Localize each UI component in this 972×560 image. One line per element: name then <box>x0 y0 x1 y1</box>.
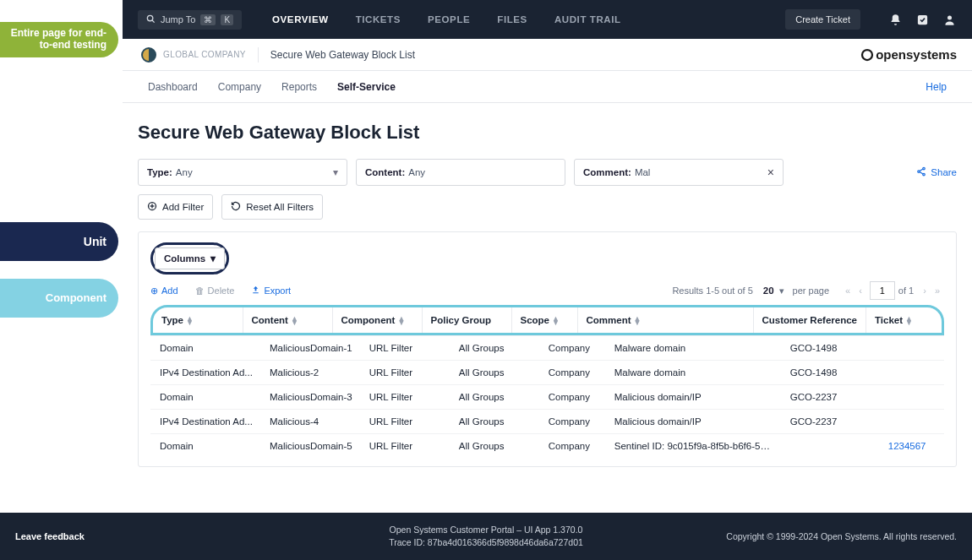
col-header[interactable]: Content▲▼ <box>243 307 332 333</box>
col-header[interactable]: Type▲▼ <box>153 307 243 333</box>
add-filter-button[interactable]: Add Filter <box>138 194 213 220</box>
footer-app-version: Open Systems Customer Portal – UI App 1.… <box>389 524 583 536</box>
nav-files[interactable]: FILES <box>483 14 541 24</box>
reset-filters-label: Reset All Filters <box>246 202 314 212</box>
col-header[interactable]: Component▲▼ <box>332 307 422 333</box>
nav-tickets[interactable]: TICKETS <box>342 14 414 24</box>
leave-feedback-link[interactable]: Leave feedback <box>15 531 85 541</box>
table-cell: Malicious-4 <box>261 410 361 434</box>
table-cell: All Groups <box>451 361 540 385</box>
sort-icon: ▲▼ <box>291 317 298 325</box>
col-header[interactable]: Ticket▲▼ <box>866 307 942 333</box>
page-first-button[interactable]: « <box>841 285 855 296</box>
page-next-button[interactable]: › <box>919 285 931 296</box>
callout-unit: Unit <box>0 222 118 261</box>
table-cell: GCO-1498 <box>782 336 880 361</box>
jump-key-k: K <box>221 14 233 25</box>
divider <box>258 47 259 63</box>
table-cell: URL Filter <box>361 336 451 361</box>
filter-comment-label: Comment: <box>583 167 631 177</box>
table-cell <box>880 385 944 410</box>
nav-overview[interactable]: OVERVIEW <box>259 14 342 24</box>
table-cell: Company <box>540 361 606 385</box>
trash-icon: 🗑 <box>195 285 205 296</box>
ticket-link[interactable]: 1234567 <box>888 441 926 451</box>
create-ticket-button[interactable]: Create Ticket <box>785 9 860 30</box>
share-button[interactable]: Share <box>916 166 957 178</box>
tab-company[interactable]: Company <box>208 71 271 102</box>
tab-self-service[interactable]: Self-Service <box>327 71 406 102</box>
plus-circle-icon <box>147 201 157 213</box>
col-header: Customer Reference <box>753 307 866 333</box>
table-cell: IPv4 Destination Ad... <box>151 410 261 434</box>
filter-content[interactable]: Content: Any <box>356 159 565 186</box>
callout-full-page: Entire page for end-to-end testing <box>0 22 118 57</box>
table-row[interactable]: IPv4 Destination Ad...Malicious-4URL Fil… <box>151 410 945 434</box>
delete-row-button[interactable]: 🗑 Delete <box>195 285 235 296</box>
per-page-value[interactable]: 20 <box>763 285 774 296</box>
sort-icon: ▲▼ <box>634 317 642 325</box>
page-prev-button[interactable]: ‹ <box>855 285 866 296</box>
table-cell <box>880 410 944 434</box>
nav-audit-trail[interactable]: AUDIT TRAIL <box>541 14 635 24</box>
reset-filters-button[interactable]: Reset All Filters <box>221 194 323 220</box>
table-cell: Sentinel ID: 9c015f9a-8f5b-b6f6-5e32-01d… <box>606 434 782 459</box>
col-header[interactable]: Comment▲▼ <box>577 307 753 333</box>
chevron-down-icon[interactable]: ▾ <box>779 285 784 296</box>
filter-type[interactable]: Type: Any ▾ <box>138 159 347 186</box>
table-cell: MaliciousDomain-5 <box>261 434 361 459</box>
svg-line-1 <box>152 19 155 22</box>
table-cell: Domain <box>151 434 261 459</box>
table-cell: URL Filter <box>361 434 451 459</box>
tab-dashboard[interactable]: Dashboard <box>138 71 208 102</box>
bell-icon[interactable] <box>887 12 903 27</box>
tab-reports[interactable]: Reports <box>271 71 327 102</box>
col-header: Policy Group <box>422 307 511 333</box>
page-input[interactable] <box>870 281 895 300</box>
company-logo-icon <box>141 47 156 63</box>
table-cell: URL Filter <box>361 410 451 434</box>
svg-point-4 <box>862 50 872 60</box>
nav-people[interactable]: PEOPLE <box>414 14 483 24</box>
table-row[interactable]: IPv4 Destination Ad...Malicious-2URL Fil… <box>151 361 945 385</box>
user-icon[interactable] <box>942 12 957 27</box>
export-label: Export <box>264 285 291 296</box>
share-icon <box>916 166 926 178</box>
footer: Leave feedback Open Systems Customer Por… <box>0 513 972 560</box>
table-cell: All Groups <box>451 410 540 434</box>
col-header[interactable]: Scope▲▼ <box>511 307 577 333</box>
svg-line-9 <box>920 172 923 175</box>
filter-content-label: Content: <box>365 167 405 177</box>
sort-icon: ▲▼ <box>552 317 560 325</box>
checklist-icon[interactable] <box>915 12 930 27</box>
table-cell: All Groups <box>451 336 540 361</box>
columns-button[interactable]: Columns ▾ <box>155 247 225 269</box>
clear-icon[interactable]: × <box>767 166 774 179</box>
svg-point-0 <box>147 15 152 20</box>
sort-icon: ▲▼ <box>186 317 194 325</box>
page-last-button[interactable]: » <box>931 285 944 296</box>
export-button[interactable]: Export <box>251 285 291 296</box>
block-list-table: Type▲▼Content▲▼Component▲▼Policy GroupSc… <box>153 307 942 333</box>
table-cell: Company <box>540 410 606 434</box>
table-cell <box>880 361 944 385</box>
table-cell: Malicious domain/IP <box>606 410 782 434</box>
callout-component: Component <box>0 279 118 318</box>
table-row[interactable]: DomainMaliciousDomain-5URL FilterAll Gro… <box>151 434 945 459</box>
table-row[interactable]: DomainMaliciousDomain-1URL FilterAll Gro… <box>151 336 945 361</box>
plus-circle-icon: ⊕ <box>150 285 158 296</box>
help-link[interactable]: Help <box>915 71 957 102</box>
table-cell: URL Filter <box>361 361 451 385</box>
jump-to-search[interactable]: Jump To ⌘ K <box>138 10 242 30</box>
page-of-label: of 1 <box>898 285 914 296</box>
table-cell: MaliciousDomain-3 <box>261 385 361 410</box>
add-row-button[interactable]: ⊕ Add <box>150 285 178 296</box>
table-row[interactable]: DomainMaliciousDomain-3URL FilterAll Gro… <box>151 385 945 410</box>
table-cell <box>782 434 880 459</box>
company-name-label: GLOBAL COMPANY <box>163 50 246 59</box>
chevron-down-icon: ▾ <box>210 253 216 264</box>
filter-comment[interactable]: Comment: Mal × <box>574 159 784 186</box>
table-cell: IPv4 Destination Ad... <box>151 361 261 385</box>
table-cell: Malicious-2 <box>261 361 361 385</box>
table-cell: Malware domain <box>606 361 782 385</box>
